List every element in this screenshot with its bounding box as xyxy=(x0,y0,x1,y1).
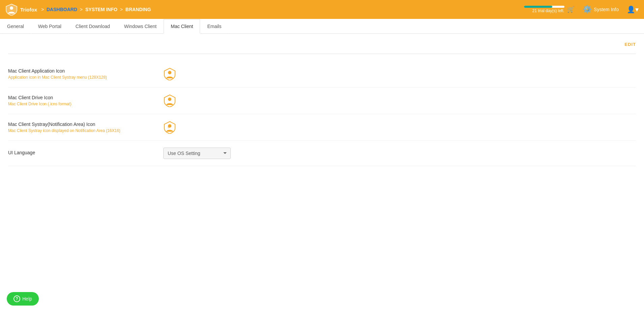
breadcrumb: > DASHBOARD > SYSTEM INFO > BRANDING xyxy=(40,7,151,12)
systray-icon-value[interactable]: ⟳ xyxy=(163,121,176,134)
ui-language-value[interactable]: Use OS Setting English French German Spa… xyxy=(163,148,231,159)
setting-row-systray-icon: Mac Client Systray(Notification Area) Ic… xyxy=(8,114,636,141)
brand-logo[interactable]: Triofox xyxy=(5,3,37,16)
system-info-button[interactable]: ⚙️ System Info xyxy=(583,5,619,14)
systray-icon-title: Mac Client Systray(Notification Area) Ic… xyxy=(8,122,163,127)
tab-windows-client[interactable]: Windows Client xyxy=(117,19,164,34)
app-icon-title: Mac Client Application Icon xyxy=(8,68,163,74)
cart-icon[interactable]: 🛒 xyxy=(567,6,575,13)
gear-icon: ⚙️ xyxy=(583,5,592,14)
drive-icon-desc: Mac Client Drive Icon (.icns format) xyxy=(8,102,163,106)
breadcrumb-sysinfo[interactable]: SYSTEM INFO xyxy=(85,7,117,12)
ui-language-title: UI Language xyxy=(8,150,163,155)
brand-name: Triofox xyxy=(20,7,37,12)
ui-language-label-block: UI Language xyxy=(8,150,163,157)
svg-point-0 xyxy=(10,6,13,10)
main-content: EDIT Mac Client Application Icon Applica… xyxy=(0,34,644,174)
app-icon-desc: Application icon in Mac Client Systray m… xyxy=(8,75,163,80)
setting-row-drive-icon: Mac Client Drive Icon Mac Client Drive I… xyxy=(8,87,636,114)
divider-top xyxy=(8,54,636,54)
system-info-label: System Info xyxy=(594,7,619,12)
drive-icon-label-block: Mac Client Drive Icon Mac Client Drive I… xyxy=(8,95,163,106)
app-icon-label-block: Mac Client Application Icon Application … xyxy=(8,68,163,80)
triofox-systray-icon: ⟳ xyxy=(163,121,176,134)
user-icon[interactable]: 👤▾ xyxy=(627,5,639,14)
app-header: Triofox > DASHBOARD > SYSTEM INFO > BRAN… xyxy=(0,0,644,19)
tab-general[interactable]: General xyxy=(0,19,31,34)
trial-progress-bar xyxy=(524,6,564,8)
ui-language-select[interactable]: Use OS Setting English French German Spa… xyxy=(163,148,231,159)
triofox-drive-icon xyxy=(163,94,176,107)
tabs-nav: General Web Portal Client Download Windo… xyxy=(0,19,644,34)
tab-emails[interactable]: Emails xyxy=(200,19,228,34)
drive-icon-value[interactable] xyxy=(163,94,176,107)
systray-icon-label-block: Mac Client Systray(Notification Area) Ic… xyxy=(8,122,163,133)
breadcrumb-branding[interactable]: BRANDING xyxy=(125,7,151,12)
tab-mac-client[interactable]: Mac Client xyxy=(164,19,200,34)
systray-icon-desc: Mac Client Systray icon displayed on Not… xyxy=(8,128,163,133)
breadcrumb-dashboard[interactable]: DASHBOARD xyxy=(47,7,77,12)
svg-point-2 xyxy=(168,98,171,101)
trial-text: 21 trial day(s) left. xyxy=(532,8,564,13)
setting-row-ui-language: UI Language Use OS Setting English Frenc… xyxy=(8,141,636,166)
header-right: 21 trial day(s) left. 🛒 ⚙️ System Info 👤… xyxy=(524,5,639,14)
setting-row-app-icon: Mac Client Application Icon Application … xyxy=(8,61,636,87)
tab-client-download[interactable]: Client Download xyxy=(68,19,117,34)
edit-button[interactable]: EDIT xyxy=(8,39,636,50)
logo-icon xyxy=(5,3,18,16)
svg-point-1 xyxy=(168,71,171,74)
svg-text:⟳: ⟳ xyxy=(168,125,171,129)
triofox-app-icon xyxy=(163,68,176,80)
app-icon-value[interactable] xyxy=(163,68,176,80)
tab-web-portal[interactable]: Web Portal xyxy=(31,19,68,34)
trial-info: 21 trial day(s) left. 🛒 xyxy=(524,6,575,13)
settings-section: Mac Client Application Icon Application … xyxy=(8,58,636,169)
drive-icon-title: Mac Client Drive Icon xyxy=(8,95,163,100)
